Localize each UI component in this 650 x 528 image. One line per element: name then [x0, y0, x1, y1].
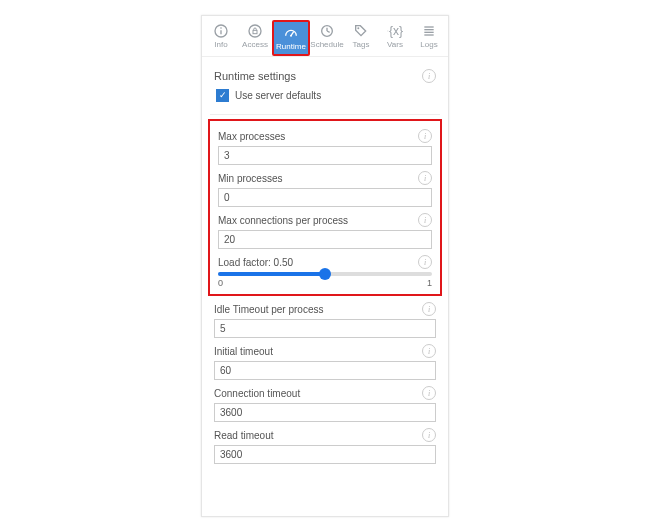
- slider-min: 0: [218, 278, 223, 288]
- tab-bar: Info Access Runtime Schedule: [202, 16, 448, 57]
- info-badge-icon[interactable]: i: [422, 344, 436, 358]
- tab-runtime[interactable]: Runtime: [272, 20, 310, 56]
- connection-timeout-input[interactable]: [214, 403, 436, 422]
- checkbox-label: Use server defaults: [235, 90, 321, 101]
- info-badge-icon[interactable]: i: [418, 255, 432, 269]
- info-badge-icon[interactable]: i: [418, 213, 432, 227]
- field-label: Idle Timeout per process: [214, 304, 324, 315]
- svg-line-9: [327, 31, 330, 32]
- svg-point-6: [290, 35, 292, 37]
- field-label: Max processes: [218, 131, 285, 142]
- braces-icon: {x}: [387, 23, 403, 39]
- initial-timeout-field: Initial timeout i: [214, 344, 436, 380]
- tab-label: Vars: [387, 40, 403, 49]
- tab-label: Tags: [353, 40, 370, 49]
- field-label: Read timeout: [214, 430, 273, 441]
- tab-label: Info: [214, 40, 227, 49]
- tab-tags[interactable]: Tags: [344, 20, 378, 56]
- logs-icon: [421, 23, 437, 39]
- tag-icon: [353, 23, 369, 39]
- slider-max: 1: [427, 278, 432, 288]
- tab-label: Access: [242, 40, 268, 49]
- field-label: Connection timeout: [214, 388, 300, 399]
- field-label: Max connections per process: [218, 215, 348, 226]
- tab-label: Logs: [420, 40, 437, 49]
- max-connections-input[interactable]: [218, 230, 432, 249]
- svg-rect-4: [253, 30, 257, 33]
- field-label: Min processes: [218, 173, 282, 184]
- tab-label: Schedule: [310, 40, 343, 49]
- info-badge-icon[interactable]: i: [422, 428, 436, 442]
- load-factor-slider[interactable]: [218, 272, 432, 276]
- svg-point-3: [249, 25, 261, 37]
- tab-label: Runtime: [276, 42, 306, 51]
- read-timeout-field: Read timeout i: [214, 428, 436, 464]
- connection-timeout-field: Connection timeout i: [214, 386, 436, 422]
- info-icon: [213, 23, 229, 39]
- initial-timeout-input[interactable]: [214, 361, 436, 380]
- max-processes-field: Max processes i: [218, 129, 432, 165]
- section-header: Runtime settings i: [214, 69, 436, 83]
- info-badge-icon[interactable]: i: [418, 171, 432, 185]
- clock-icon: [319, 23, 335, 39]
- use-defaults-row[interactable]: ✓ Use server defaults: [216, 89, 434, 102]
- highlighted-fields: Max processes i Min processes i Max conn…: [208, 119, 442, 296]
- svg-point-10: [357, 27, 359, 29]
- gauge-icon: [283, 25, 299, 41]
- tab-vars[interactable]: {x} Vars: [378, 20, 412, 56]
- tab-schedule[interactable]: Schedule: [310, 20, 344, 56]
- min-processes-field: Min processes i: [218, 171, 432, 207]
- tab-access[interactable]: Access: [238, 20, 272, 56]
- divider: [210, 114, 440, 115]
- info-badge-icon[interactable]: i: [418, 129, 432, 143]
- section-title: Runtime settings: [214, 70, 296, 82]
- info-badge-icon[interactable]: i: [422, 386, 436, 400]
- info-badge-icon[interactable]: i: [422, 302, 436, 316]
- max-processes-input[interactable]: [218, 146, 432, 165]
- tab-logs[interactable]: Logs: [412, 20, 446, 56]
- field-label: Initial timeout: [214, 346, 273, 357]
- load-factor-field: Load factor: 0.50 i 0 1: [218, 255, 432, 288]
- idle-timeout-field: Idle Timeout per process i: [214, 302, 436, 338]
- max-connections-field: Max connections per process i: [218, 213, 432, 249]
- tab-info[interactable]: Info: [204, 20, 238, 56]
- field-label: Load factor: 0.50: [218, 257, 293, 268]
- read-timeout-input[interactable]: [214, 445, 436, 464]
- checkbox-checked-icon[interactable]: ✓: [216, 89, 229, 102]
- lock-icon: [247, 23, 263, 39]
- settings-panel: Info Access Runtime Schedule: [201, 15, 449, 517]
- slider-thumb[interactable]: [319, 268, 331, 280]
- min-processes-input[interactable]: [218, 188, 432, 207]
- info-badge-icon[interactable]: i: [422, 69, 436, 83]
- idle-timeout-input[interactable]: [214, 319, 436, 338]
- svg-point-2: [220, 27, 222, 29]
